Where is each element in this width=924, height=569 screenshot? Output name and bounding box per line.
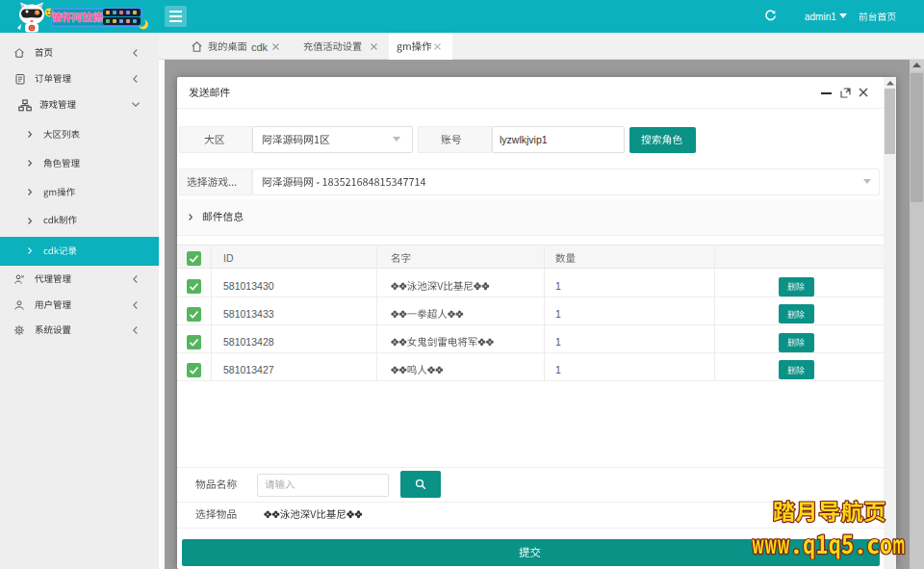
svg-text:G: G <box>30 25 34 31</box>
